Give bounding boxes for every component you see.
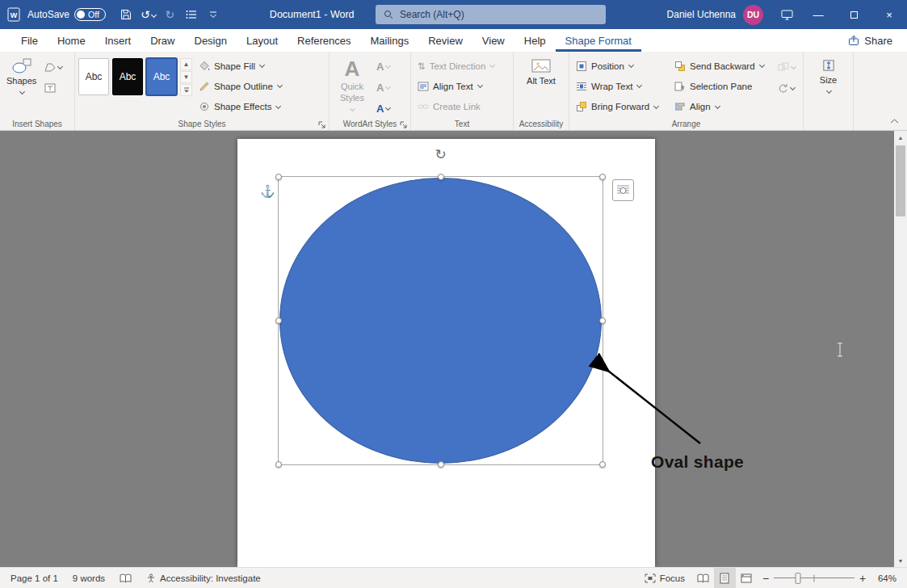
tab-review[interactable]: Review — [418, 29, 472, 52]
selection-handle[interactable] — [438, 461, 444, 468]
gallery-up-button[interactable]: ▲ — [180, 58, 192, 70]
align-text-button[interactable]: Align Text — [414, 76, 498, 96]
zoom-in-button[interactable]: + — [855, 568, 871, 588]
alt-text-button[interactable]: Alt Text — [522, 54, 561, 117]
tab-draw[interactable]: Draw — [141, 29, 184, 52]
focus-button[interactable]: Focus — [637, 568, 692, 588]
tab-layout[interactable]: Layout — [237, 29, 288, 52]
selection-handle[interactable] — [275, 317, 282, 324]
chevron-down-icon — [628, 62, 634, 68]
page[interactable]: ↻ ⚓ Oval shape — [237, 139, 655, 567]
monitor-icon[interactable] — [773, 3, 800, 26]
user-name[interactable]: Daniel Uchenna — [667, 9, 736, 20]
redo-button[interactable]: ↻ — [159, 3, 181, 26]
oval-shape-icon — [12, 58, 31, 74]
tab-design[interactable]: Design — [185, 29, 237, 52]
word-count-status[interactable]: 9 words — [65, 568, 112, 588]
close-button[interactable]: × — [871, 0, 907, 29]
tab-insert[interactable]: Insert — [95, 29, 141, 52]
text-direction-button[interactable]: ⇅ Text Direction — [414, 56, 498, 76]
tab-mailings[interactable]: Mailings — [361, 29, 419, 52]
avatar[interactable]: DU — [743, 5, 763, 25]
selection-handle[interactable] — [599, 174, 606, 180]
maximize-button[interactable] — [836, 0, 871, 29]
collapse-ribbon-button[interactable] — [890, 115, 899, 126]
selection-handle[interactable] — [599, 461, 606, 468]
position-button[interactable]: Position — [573, 56, 668, 76]
save-button[interactable] — [115, 3, 137, 26]
zoom-slider[interactable] — [774, 568, 855, 588]
page-count-status[interactable]: Page 1 of 1 — [3, 568, 65, 588]
quick-styles-button[interactable]: A Quick Styles — [333, 54, 372, 117]
layout-options-button[interactable] — [612, 179, 634, 201]
send-backward-label: Send Backward — [690, 61, 755, 71]
rotate-objects-button[interactable] — [776, 79, 797, 97]
autosave-state: Off — [88, 10, 99, 19]
shape-fill-button[interactable]: Shape Fill — [195, 56, 297, 76]
print-layout-button[interactable] — [714, 568, 736, 588]
text-effects-button[interactable]: A — [375, 99, 392, 117]
shape-effects-button[interactable]: Shape Effects — [195, 97, 297, 117]
wrap-text-button[interactable]: Wrap Text — [573, 76, 668, 96]
selection-handle[interactable] — [599, 317, 606, 324]
zoom-out-button[interactable]: − — [758, 568, 774, 588]
share-button[interactable]: Share — [834, 29, 907, 52]
selection-handle[interactable] — [275, 174, 282, 180]
scroll-up-button[interactable]: ▲ — [894, 131, 907, 144]
quick-access-list-icon[interactable] — [181, 3, 203, 26]
zoom-percentage[interactable]: 64% — [871, 568, 904, 588]
gallery-down-button[interactable]: ▼ — [180, 71, 192, 83]
annotation-label: Oval shape — [651, 452, 744, 472]
size-button[interactable]: Size — [817, 54, 840, 117]
shape-style-preset-3[interactable]: Abc — [146, 58, 177, 95]
shape-outline-label: Shape Outline — [214, 82, 273, 91]
tab-home[interactable]: Home — [48, 29, 95, 52]
create-link-label: Create Link — [433, 102, 481, 111]
redo-icon: ↻ — [165, 8, 174, 21]
selection-handle[interactable] — [275, 461, 282, 468]
scroll-thumb[interactable] — [896, 145, 905, 216]
tab-file[interactable]: File — [11, 29, 48, 52]
undo-button[interactable]: ↺ — [137, 3, 159, 26]
tab-references[interactable]: References — [288, 29, 360, 52]
chevron-down-icon — [259, 62, 265, 68]
selection-pane-label: Selection Pane — [690, 82, 752, 91]
autosave-toggle[interactable]: AutoSave Off — [27, 8, 106, 21]
toolbar-options-button[interactable] — [203, 3, 225, 26]
tab-help[interactable]: Help — [514, 29, 556, 52]
group-objects-button[interactable] — [776, 58, 797, 76]
text-box-button[interactable] — [43, 79, 64, 97]
gallery-more-button[interactable] — [180, 84, 192, 96]
minimize-button[interactable]: — — [800, 0, 836, 29]
shape-style-preset-1[interactable]: Abc — [78, 58, 109, 95]
word-logo-icon[interactable]: W — [0, 6, 27, 23]
selection-handle[interactable] — [438, 174, 444, 180]
text-fill-button[interactable]: A — [375, 58, 392, 76]
align-text-icon — [418, 82, 429, 91]
shape-style-preset-2[interactable]: Abc — [112, 58, 143, 95]
vertical-scrollbar[interactable]: ▲ ▼ — [894, 131, 907, 567]
align-button[interactable]: Align — [671, 97, 773, 117]
send-backward-button[interactable]: Send Backward — [671, 56, 773, 76]
gallery-scroll-buttons: ▲ ▼ — [180, 54, 192, 117]
edit-shape-button[interactable] — [43, 58, 64, 76]
autosave-switch[interactable]: Off — [74, 8, 106, 21]
accessibility-status[interactable]: Accessibility: Investigate — [139, 568, 268, 588]
zoom-slider-thumb[interactable] — [795, 573, 800, 584]
oval-shape[interactable] — [279, 178, 602, 464]
web-layout-button[interactable] — [736, 568, 758, 588]
selection-pane-button[interactable]: Selection Pane — [671, 76, 773, 96]
create-link-button[interactable]: Create Link — [414, 97, 498, 117]
tab-view[interactable]: View — [472, 29, 514, 52]
text-outline-button[interactable]: A — [375, 79, 392, 97]
bring-forward-button[interactable]: Bring Forward — [573, 97, 668, 117]
search-input[interactable]: Search (Alt+Q) — [376, 5, 606, 24]
tab-shape-format[interactable]: Shape Format — [556, 29, 641, 52]
print-layout-icon — [720, 573, 729, 584]
shape-outline-button[interactable]: Shape Outline — [195, 76, 297, 96]
shapes-button[interactable]: Shapes — [3, 54, 40, 117]
proofing-status-icon[interactable] — [112, 568, 139, 588]
scroll-down-button[interactable]: ▼ — [894, 554, 907, 567]
rotate-handle[interactable]: ↻ — [435, 148, 446, 162]
read-mode-button[interactable] — [692, 568, 714, 588]
